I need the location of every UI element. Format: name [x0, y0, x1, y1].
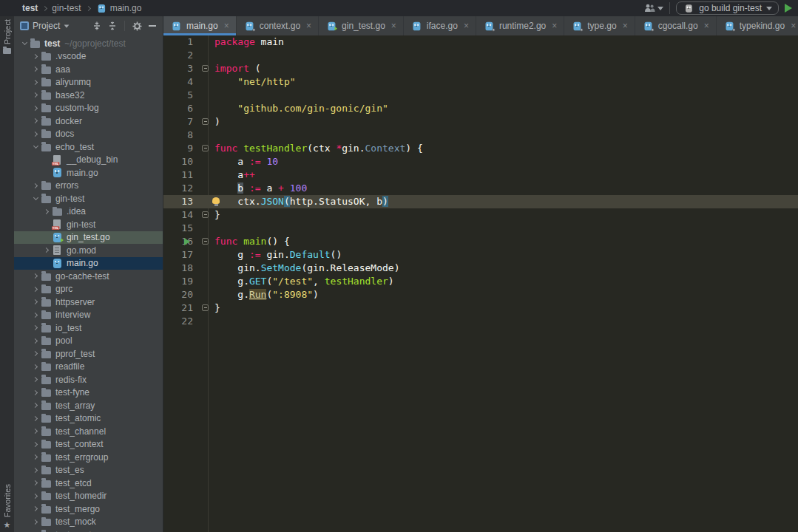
fold-marker-icon[interactable]	[202, 238, 209, 245]
tab-close-icon[interactable]: ×	[623, 21, 628, 30]
line-number[interactable]: 7	[163, 115, 193, 129]
fold-marker-icon[interactable]	[202, 65, 209, 72]
tree-item-pool[interactable]: pool	[14, 335, 163, 348]
tree-item-test_mock[interactable]: test_mock	[14, 516, 163, 529]
run-main-gutter-icon[interactable]	[184, 238, 190, 245]
code-line-21[interactable]: 21}	[163, 301, 798, 315]
intention-bulb-icon[interactable]	[212, 197, 220, 204]
tree-item-docker[interactable]: docker	[14, 115, 163, 128]
code-line-20[interactable]: 20 g.Run(":8908")	[163, 288, 798, 301]
tree-chevron-icon[interactable]	[31, 119, 40, 123]
tree-chevron-icon[interactable]	[31, 378, 40, 381]
line-number[interactable]: 21	[163, 301, 193, 315]
line-number[interactable]: 13	[163, 195, 193, 208]
tree-item-test_errgroup[interactable]: test_errgroup	[14, 451, 163, 464]
tree-item-test_atomic[interactable]: test_atomic	[14, 412, 163, 426]
tree-chevron-icon[interactable]	[31, 197, 40, 200]
line-number[interactable]: 6	[163, 102, 193, 115]
tree-item-gin-test[interactable]: gin-test	[14, 218, 163, 231]
line-number[interactable]: 17	[163, 248, 193, 262]
tree-item-gin_test.go[interactable]: gin_test.go	[14, 231, 163, 245]
tree-item-test_homedir[interactable]: test_homedir	[14, 490, 163, 503]
line-number[interactable]: 8	[163, 129, 193, 142]
tree-chevron-icon[interactable]	[31, 365, 40, 369]
tree-item-pprof_test[interactable]: pprof_test	[14, 347, 163, 361]
code-line-6[interactable]: 6 "github.com/gin-gonic/gin"	[163, 102, 798, 115]
line-number[interactable]: 4	[163, 75, 193, 89]
breadcrumb-file[interactable]: main.go	[110, 3, 142, 13]
tree-item-test-fyne[interactable]: test-fyne	[14, 386, 163, 400]
breadcrumb[interactable]: testgin-testmain.go	[22, 3, 141, 13]
tab-type.go[interactable]: type.go×	[564, 16, 635, 35]
tree-item-echo_test[interactable]: echo_test	[14, 140, 163, 154]
tree-chevron-icon[interactable]	[31, 132, 40, 136]
stripe-project-button[interactable]: Project	[3, 19, 12, 54]
tree-item-main.go[interactable]: main.go	[14, 166, 163, 180]
fold-marker-icon[interactable]	[202, 304, 209, 311]
tree-item-.idea[interactable]: .idea	[14, 205, 163, 219]
users-icon[interactable]	[644, 4, 663, 13]
tree-item-test_channel[interactable]: test_channel	[14, 425, 163, 438]
tab-close-icon[interactable]: ×	[391, 21, 396, 30]
tree-item-main.go[interactable]: main.go	[14, 257, 163, 270]
tree-chevron-icon[interactable]	[31, 507, 40, 511]
tree-chevron-icon[interactable]	[31, 455, 40, 459]
line-number[interactable]: 11	[163, 168, 193, 182]
tree-chevron-icon[interactable]	[31, 429, 40, 433]
line-number[interactable]: 9	[163, 142, 193, 155]
code-line-18[interactable]: 18 gin.SetMode(gin.ReleaseMode)	[163, 262, 798, 275]
tab-main.go[interactable]: main.go×	[163, 16, 237, 35]
tree-item-httpserver[interactable]: httpserver	[14, 296, 163, 309]
run-button[interactable]	[785, 4, 792, 13]
tree-chevron-icon[interactable]	[31, 494, 40, 498]
tree-item-base32[interactable]: base32	[14, 89, 163, 102]
run-configuration-select[interactable]: go build gin-test	[676, 1, 779, 15]
line-number[interactable]: 12	[163, 182, 193, 195]
line-number[interactable]: 20	[163, 288, 193, 301]
tab-typekind.go[interactable]: typekind.go×	[717, 16, 798, 35]
fold-marker-icon[interactable]	[202, 145, 209, 151]
code-line-10[interactable]: 10 a := 10	[163, 155, 798, 168]
tab-context.go[interactable]: context.go×	[237, 16, 319, 35]
tab-close-icon[interactable]: ×	[552, 21, 557, 30]
code-line-13[interactable]: 13 ctx.JSON(http.StatusOK, b)	[163, 195, 798, 208]
tree-item-gprc[interactable]: gprc	[14, 283, 163, 296]
code-line-12[interactable]: 12 b := a + 100	[163, 182, 798, 195]
code-line-19[interactable]: 19 g.GET("/test", testHandler)	[163, 275, 798, 288]
tree-item-test_array[interactable]: test_array	[14, 399, 163, 412]
tree-item-aaa[interactable]: aaa	[14, 63, 163, 76]
line-number[interactable]: 10	[163, 155, 193, 168]
tree-item-interview[interactable]: interview	[14, 309, 163, 322]
code-line-2[interactable]: 2	[163, 49, 798, 62]
fold-marker-icon[interactable]	[202, 118, 209, 125]
tree-item-custom-log[interactable]: custom-log	[14, 102, 163, 115]
code-line-14[interactable]: 14}	[163, 208, 798, 222]
tab-runtime2.go[interactable]: runtime2.go×	[476, 16, 564, 35]
tree-item-.vscode[interactable]: .vscode	[14, 50, 163, 64]
tree-chevron-icon[interactable]	[31, 300, 40, 304]
tab-close-icon[interactable]: ×	[704, 21, 709, 30]
project-panel-title[interactable]: Project	[33, 21, 60, 31]
code-line-8[interactable]: 8	[163, 129, 798, 142]
tree-chevron-icon[interactable]	[31, 326, 40, 330]
code-line-11[interactable]: 11 a++	[163, 168, 798, 182]
tree-item-readfile[interactable]: readfile	[14, 361, 163, 374]
line-number[interactable]: 22	[163, 315, 193, 328]
code-line-9[interactable]: 9func testHandler(ctx *gin.Context) {	[163, 142, 798, 155]
line-number[interactable]: 3	[163, 62, 193, 75]
tree-item-docs[interactable]: docs	[14, 128, 163, 141]
code-line-22[interactable]: 22	[163, 315, 798, 328]
line-number[interactable]: 18	[163, 262, 193, 275]
project-view-dropdown-caret[interactable]	[64, 24, 70, 27]
tree-item-test_etcd[interactable]: test_etcd	[14, 477, 163, 490]
tab-close-icon[interactable]: ×	[306, 21, 311, 30]
tree-item-aliyunmq[interactable]: aliyunmq	[14, 76, 163, 89]
tree-chevron-icon[interactable]	[20, 42, 29, 44]
tree-chevron-icon[interactable]	[31, 81, 40, 84]
tree-chevron-icon[interactable]	[31, 55, 40, 58]
fold-marker-icon[interactable]	[202, 211, 209, 218]
expand-all-button[interactable]	[91, 20, 103, 32]
tree-chevron-icon[interactable]	[31, 313, 40, 317]
tree-chevron-icon[interactable]	[31, 287, 40, 291]
tree-item-test_context[interactable]: test_context	[14, 438, 163, 451]
